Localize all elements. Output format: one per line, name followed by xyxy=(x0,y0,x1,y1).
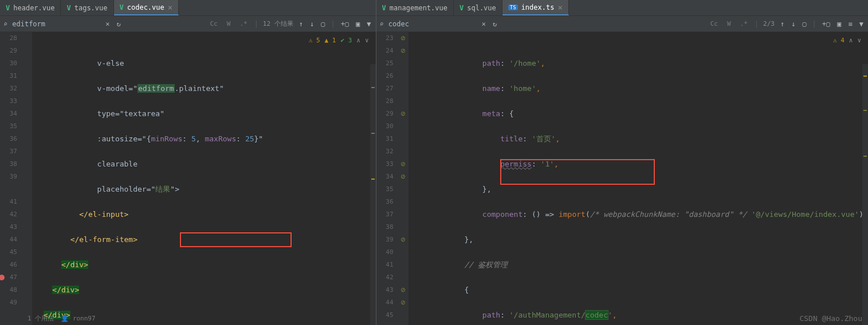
settings-icon[interactable]: ≡ xyxy=(847,19,854,29)
find-input[interactable] xyxy=(12,20,100,28)
next-match-icon[interactable]: ↓ xyxy=(790,19,796,29)
close-find-icon[interactable]: × xyxy=(481,19,487,29)
select-all-icon[interactable]: ▢ xyxy=(320,19,326,29)
code-editor-right[interactable]: 2324252627282930313233343536373839404142… xyxy=(376,32,868,325)
vue-icon: V xyxy=(382,4,386,12)
status-bar: 1 个用法 👤 ronn97 xyxy=(22,312,101,325)
find-bar-right: ⌕ × ↻ Cc W .* | 2/3 ↑ ↓ ▢ | +▢ ▣ ≡ ▼ xyxy=(376,16,868,32)
watermark: CSDN @Hao.Zhou xyxy=(799,314,862,323)
add-selection-icon[interactable]: +▢ xyxy=(340,19,350,29)
match-case-toggle[interactable]: Cc xyxy=(208,19,220,29)
line-gutter: 282930313233343536373839 414243444546474… xyxy=(0,32,22,325)
find-input[interactable] xyxy=(388,20,476,28)
chevron-down-icon[interactable]: ∨ xyxy=(857,34,861,47)
editor-tabs-left: Vheader.vue Vtags.vue Vcodec.vue× xyxy=(0,0,376,16)
close-icon[interactable]: × xyxy=(168,3,172,12)
tab-codec-vue[interactable]: Vcodec.vue× xyxy=(114,0,179,15)
vue-icon: V xyxy=(120,3,124,11)
history-icon[interactable]: ↻ xyxy=(115,19,121,29)
tab-sql-vue[interactable]: Vsql.vue xyxy=(454,0,502,15)
vue-icon: V xyxy=(66,4,70,12)
toggle-replace-icon[interactable]: ▣ xyxy=(836,19,842,29)
history-icon[interactable]: ↻ xyxy=(492,19,498,29)
filter-icon[interactable]: ▼ xyxy=(366,19,372,29)
prev-match-icon[interactable]: ↑ xyxy=(298,19,304,29)
find-count: 2/3 xyxy=(763,20,775,27)
tab-header-vue[interactable]: Vheader.vue xyxy=(0,0,61,15)
minimap[interactable] xyxy=(370,64,376,325)
marker-gutter: ⊘⊘⊘⊘⊘⊘⊘⊘ xyxy=(398,32,409,325)
words-toggle[interactable]: W xyxy=(725,19,733,29)
find-count: 12 个结果 xyxy=(263,19,293,28)
minimap[interactable] xyxy=(862,64,868,325)
inspection-widget[interactable]: ⚠ 4∧∨ xyxy=(833,34,861,47)
line-gutter: 2324252627282930313233343536373839404142… xyxy=(376,32,398,325)
chevron-up-icon[interactable]: ∧ xyxy=(849,34,853,47)
marker-gutter xyxy=(22,32,32,325)
next-match-icon[interactable]: ↓ xyxy=(309,19,315,29)
match-case-toggle[interactable]: Cc xyxy=(708,19,720,29)
chevron-up-icon[interactable]: ∧ xyxy=(356,34,360,47)
close-icon[interactable]: × xyxy=(557,3,562,12)
vue-icon: V xyxy=(6,4,10,12)
search-icon[interactable]: ⌕ xyxy=(3,20,7,28)
code-content-left[interactable]: ⚠ 5▲ 1✔ 3∧∨ v-else v-model="editform.pla… xyxy=(32,32,376,325)
tab-index-ts[interactable]: TSindex.ts× xyxy=(502,0,569,15)
author-label: 👤 ronn97 xyxy=(61,315,95,322)
add-selection-icon[interactable]: +▢ xyxy=(821,19,831,29)
prev-match-icon[interactable]: ↑ xyxy=(779,19,785,29)
tab-management-vue[interactable]: Vmanagement.vue xyxy=(376,0,454,15)
ts-icon: TS xyxy=(508,5,518,10)
filter-icon[interactable]: ▼ xyxy=(858,19,865,29)
code-content-right[interactable]: ⚠ 4∧∨ path: '/home', name: 'home', meta:… xyxy=(409,32,868,325)
find-bar-left: ⌕ × ↻ Cc W .* | 12 个结果 ↑ ↓ ▢ | +▢ ▣ ▼ xyxy=(0,16,376,32)
chevron-down-icon[interactable]: ∨ xyxy=(365,34,369,47)
regex-toggle[interactable]: .* xyxy=(237,19,249,29)
usages-label[interactable]: 1 个用法 xyxy=(28,314,54,323)
editor-tabs-right: Vmanagement.vue Vsql.vue TSindex.ts× xyxy=(376,0,868,16)
words-toggle[interactable]: W xyxy=(225,19,233,29)
tab-tags-vue[interactable]: Vtags.vue xyxy=(61,0,113,15)
select-all-icon[interactable]: ▢ xyxy=(801,19,807,29)
inspection-widget[interactable]: ⚠ 5▲ 1✔ 3∧∨ xyxy=(309,34,369,47)
search-icon[interactable]: ⌕ xyxy=(380,20,384,28)
toggle-replace-icon[interactable]: ▣ xyxy=(355,19,361,29)
regex-toggle[interactable]: .* xyxy=(738,19,750,29)
vue-icon: V xyxy=(459,4,464,12)
close-find-icon[interactable]: × xyxy=(104,19,111,29)
code-editor-left[interactable]: 282930313233343536373839 414243444546474… xyxy=(0,32,376,325)
